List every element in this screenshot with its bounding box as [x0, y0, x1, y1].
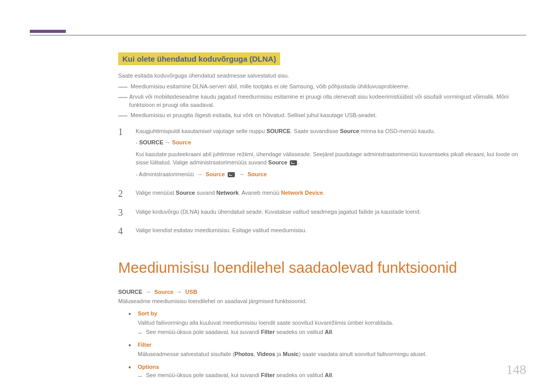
text: seadeks on valitud: [275, 372, 325, 378]
text: suvand: [195, 190, 216, 196]
bold: Filter: [261, 329, 275, 335]
bold: All: [325, 372, 332, 378]
bold: Source: [176, 190, 195, 196]
text: .: [332, 329, 334, 335]
bullet-title: Sort by: [138, 310, 157, 316]
numbered-steps: 1 Kaugjuhtimispuldi kasutamisel vajutage…: [118, 127, 526, 238]
text: Valige loendist esitatav meediumisisu. E…: [136, 226, 526, 235]
bullet-title: Filter: [138, 342, 152, 348]
description: Mäluseadme meediumisisu loendilehel on s…: [118, 298, 526, 304]
text: See menüü-üksus pole saadaval, kui suvan…: [146, 372, 261, 378]
arrow-icon: →: [197, 171, 202, 177]
step-number: 2: [118, 189, 136, 200]
bullet-text: Valitud failivormingu alla kuuluvat meed…: [128, 319, 526, 327]
text: ja: [275, 351, 283, 357]
step-body: Valige koduvõrgu (DLNA) kaudu ühendatud …: [136, 208, 526, 219]
sub-note: ‒ See menüü-üksus pole saadaval, kui suv…: [128, 372, 526, 380]
note-text: Meediumisisu esitamine DLNA-serveri abil…: [131, 83, 410, 91]
text: -: [136, 139, 139, 145]
bold: Source: [268, 159, 287, 165]
top-rule: [30, 35, 526, 35]
text: See menüü-üksus pole saadaval, kui suvan…: [146, 329, 261, 335]
menu-path: Source: [172, 139, 191, 145]
text: Kaugjuhtimispuldi kasutamisel vajutage s…: [136, 128, 266, 134]
bold: SOURCE: [139, 139, 163, 145]
step-1: 1 Kaugjuhtimispuldi kasutamisel vajutage…: [118, 127, 526, 182]
menu-path: Source: [206, 171, 225, 177]
arrow-icon: →: [239, 171, 245, 177]
step-number: 3: [118, 208, 136, 219]
menu-path: USB: [186, 289, 197, 295]
bold: Videos: [257, 351, 275, 357]
bold: Network: [216, 190, 238, 196]
bold: Source: [340, 128, 359, 134]
menu-path: Network Device: [281, 190, 323, 196]
chapter-tab-marker: [30, 30, 66, 33]
main-heading: Meediumisisu loendilehel saadaolevad fun…: [118, 259, 526, 276]
dash-icon: ―: [118, 110, 127, 120]
text: minna ka OSD-menüü kaudu.: [359, 128, 435, 134]
bold: All: [325, 329, 332, 335]
text: ) saate vaadata ainult soovitud failivor…: [299, 351, 427, 357]
step-2: 2 Valige menüüst Source suvand Network. …: [118, 189, 526, 200]
text: Valige koduvõrgu (DLNA) kaudu ühendatud …: [136, 208, 526, 216]
step-4: 4 Valige loendist esitatav meediumisisu.…: [118, 226, 526, 238]
bullet-list: Sort by Valitud failivormingu alla kuulu…: [118, 310, 526, 380]
text: Kui kasutate puuteekraani abil juhtimise…: [136, 151, 518, 166]
menu-path: Source: [248, 171, 267, 177]
bold: SOURCE: [266, 128, 290, 134]
intro-text: Saate esitada koduvõrguga ühendatud sead…: [118, 72, 526, 79]
source-path: SOURCE → Source → USB: [118, 289, 526, 295]
step-3: 3 Valige koduvõrgu (DLNA) kaudu ühendatu…: [118, 208, 526, 219]
dash-icon: ‒: [138, 329, 146, 337]
bullet-sortby: Sort by Valitud failivormingu alla kuulu…: [128, 310, 526, 337]
step-number: 4: [118, 226, 136, 238]
step-body: Kaugjuhtimispuldi kasutamisel vajutage s…: [136, 127, 526, 182]
text: - Administraatorimenüü: [136, 171, 195, 177]
page-content: Kui olete ühendatud koduvõrguga (DLNA) S…: [118, 52, 526, 385]
bold: Photos: [234, 351, 253, 357]
arrow-icon: →: [165, 139, 171, 145]
text: Valige menüüst: [136, 190, 176, 196]
dash-icon: ―: [118, 82, 127, 91]
dash-icon: ‒: [138, 372, 146, 380]
source-chip-icon: [228, 172, 235, 177]
step-number: 1: [118, 127, 136, 182]
bold: SOURCE: [118, 289, 142, 295]
bullet-options: Options ‒ See menüü-üksus pole saadaval,…: [128, 364, 526, 380]
note-text: Arvuti või mobiilsideseadme kaudu jagatu…: [129, 93, 526, 109]
menu-path: Source: [154, 289, 173, 295]
note-text: Meediumisisu ei pruugita õigesti esitada…: [131, 111, 377, 120]
dash-icon: ―: [118, 92, 126, 109]
bold: Music: [283, 351, 299, 357]
step-body: Valige menüüst Source suvand Network. Av…: [136, 189, 526, 200]
sub-note: ‒ See menüü-üksus pole saadaval, kui suv…: [128, 329, 526, 337]
note-item: ― Meediumisisu ei pruugita õigesti esita…: [118, 111, 526, 120]
note-item: ― Meediumisisu esitamine DLNA-serveri ab…: [118, 83, 526, 91]
text: .: [323, 190, 325, 196]
text: seadeks on valitud: [275, 329, 325, 335]
note-list: ― Meediumisisu esitamine DLNA-serveri ab…: [118, 83, 526, 120]
text: . Saate suvandisse: [290, 128, 340, 134]
bullet-filter: Filter Mäluseadmesse salvestatud sisufai…: [128, 342, 526, 359]
arrow-icon: →: [175, 289, 183, 295]
source-chip-icon: [290, 160, 297, 165]
text: Mäluseadmesse salvestatud sisufaile (: [138, 351, 234, 357]
bullet-title: Options: [138, 364, 159, 370]
text: .: [332, 372, 334, 378]
arrow-icon: →: [144, 289, 153, 295]
bold: Filter: [261, 372, 275, 378]
text: . Avaneb menüü: [238, 190, 281, 196]
page-number: 148: [506, 362, 526, 378]
section-title: Kui olete ühendatud koduvõrguga (DLNA): [118, 52, 280, 65]
note-item: ― Arvuti või mobiilsideseadme kaudu jaga…: [118, 93, 526, 109]
step-body: Valige loendist esitatav meediumisisu. E…: [136, 226, 526, 238]
